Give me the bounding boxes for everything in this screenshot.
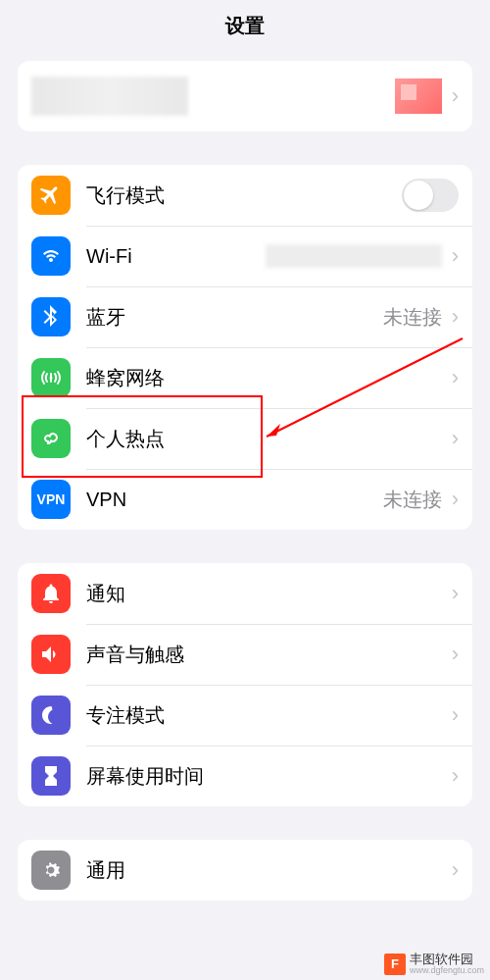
airplane-icon (31, 176, 71, 215)
group-network: 飞行模式 Wi-Fi › 蓝牙 未连接 › 蜂窝网络 › (18, 165, 472, 530)
account-status-icon (395, 78, 442, 114)
chevron-right-icon: › (452, 581, 459, 606)
label-general: 通用 (86, 857, 448, 884)
label-notifications: 通知 (86, 581, 448, 607)
label-vpn: VPN (86, 489, 383, 511)
label-wifi: Wi-Fi (86, 245, 266, 268)
watermark-logo-icon: F (384, 954, 406, 975)
chevron-right-icon: › (452, 702, 459, 728)
settings-content: › 飞行模式 Wi-Fi › 蓝牙 未连接 › (0, 61, 490, 901)
label-airplane: 飞行模式 (86, 182, 402, 209)
wifi-network-redacted (266, 244, 442, 268)
notifications-icon (31, 574, 71, 613)
row-sound[interactable]: 声音与触感 › (18, 624, 472, 685)
sound-icon (31, 635, 71, 674)
watermark: F 丰图软件园 www.dgfengtu.com (384, 953, 484, 976)
row-cellular[interactable]: 蜂窝网络 › (18, 347, 472, 408)
row-general[interactable]: 通用 › (18, 840, 472, 901)
chevron-right-icon: › (452, 857, 459, 883)
row-vpn[interactable]: VPN VPN 未连接 › (18, 469, 472, 530)
label-bluetooth: 蓝牙 (86, 304, 383, 331)
hotspot-icon (31, 419, 71, 458)
row-airplane-mode[interactable]: 飞行模式 (18, 165, 472, 226)
chevron-right-icon: › (452, 487, 459, 512)
row-apple-id[interactable]: › (18, 61, 472, 131)
chevron-right-icon: › (452, 642, 459, 667)
row-focus[interactable]: 专注模式 › (18, 685, 472, 746)
chevron-right-icon: › (452, 365, 459, 390)
general-icon (31, 851, 71, 890)
chevron-right-icon: › (452, 763, 459, 789)
svg-point-0 (50, 377, 53, 380)
row-screentime[interactable]: 屏幕使用时间 › (18, 746, 472, 806)
row-bluetooth[interactable]: 蓝牙 未连接 › (18, 286, 472, 347)
chevron-right-icon: › (452, 83, 459, 109)
detail-bluetooth: 未连接 (383, 304, 442, 331)
label-hotspot: 个人热点 (86, 426, 448, 452)
label-focus: 专注模式 (86, 702, 448, 729)
watermark-name: 丰图软件园 (410, 953, 484, 966)
screentime-icon (31, 756, 71, 796)
watermark-url: www.dgfengtu.com (410, 966, 484, 976)
chevron-right-icon: › (452, 243, 459, 269)
label-sound: 声音与触感 (86, 642, 448, 668)
detail-vpn: 未连接 (383, 487, 442, 513)
group-general: 通用 › (18, 840, 472, 901)
chevron-right-icon: › (452, 426, 459, 451)
page-title: 设置 (225, 13, 265, 39)
bluetooth-icon (31, 297, 71, 336)
page-header: 设置 (0, 0, 490, 51)
airplane-switch[interactable] (402, 179, 459, 212)
vpn-badge-text: VPN (37, 491, 66, 507)
account-name-redacted (31, 77, 188, 116)
row-hotspot[interactable]: 个人热点 › (18, 408, 472, 469)
label-screentime: 屏幕使用时间 (86, 763, 448, 790)
chevron-right-icon: › (452, 304, 459, 330)
cellular-icon (31, 358, 71, 397)
label-cellular: 蜂窝网络 (86, 365, 448, 391)
group-alerts: 通知 › 声音与触感 › 专注模式 › 屏幕使用时间 › (18, 563, 472, 806)
row-wifi[interactable]: Wi-Fi › (18, 226, 472, 286)
row-notifications[interactable]: 通知 › (18, 563, 472, 624)
focus-icon (31, 696, 71, 735)
group-account: › (18, 61, 472, 131)
vpn-icon: VPN (31, 480, 71, 519)
wifi-icon (31, 236, 71, 276)
